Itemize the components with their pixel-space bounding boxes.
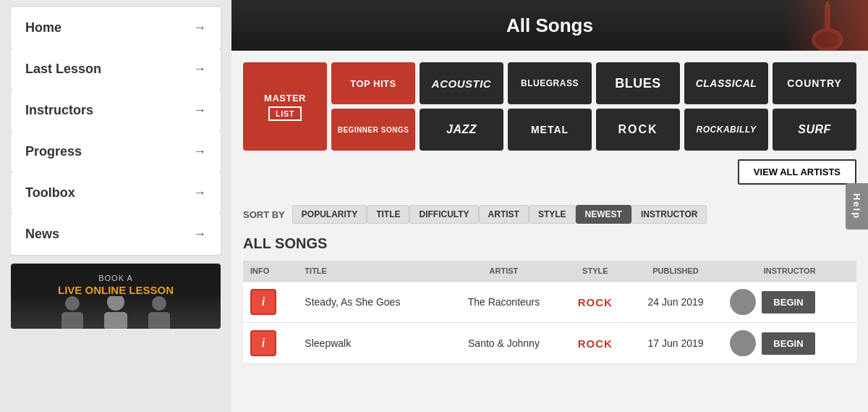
- genre-label-bluegrass: BLUEGRASS: [521, 78, 579, 88]
- row-style-1: ROCK: [562, 323, 629, 364]
- genre-btn-rock[interactable]: ROCK: [596, 109, 680, 151]
- sidebar-item-instructors[interactable]: Instructors→: [11, 90, 221, 131]
- begin-button-1[interactable]: BEGIN: [762, 332, 814, 355]
- info-icon-1[interactable]: i: [250, 330, 276, 356]
- content-area: TOP HITSAcousticBLUEGRASSBluesClassicalC…: [231, 51, 868, 412]
- row-title-0: Steady, As She Goes: [297, 282, 446, 323]
- sidebar-item-label-last-lesson: Last Lesson: [25, 62, 101, 77]
- sidebar-arrow-news: →: [193, 227, 206, 242]
- sidebar-item-label-news: News: [25, 227, 59, 242]
- genre-label-rockabilly: Rockabilly: [697, 125, 757, 135]
- genre-label-top-hits: TOP HITS: [350, 78, 396, 89]
- view-all-artists-button[interactable]: VIEW ALL ARTISTS: [738, 159, 856, 185]
- svg-rect-6: [825, 4, 830, 47]
- svg-point-11: [733, 305, 753, 315]
- svg-rect-5: [148, 312, 170, 329]
- row-info-0: i: [243, 282, 297, 323]
- sort-btn-title[interactable]: TITLE: [367, 205, 409, 224]
- genre-btn-blues[interactable]: Blues: [596, 62, 680, 104]
- sidebar-item-label-progress: Progress: [25, 144, 82, 159]
- svg-point-2: [107, 296, 124, 311]
- sidebar-item-home[interactable]: Home→: [11, 7, 221, 49]
- genre-btn-classical[interactable]: Classical: [684, 62, 768, 104]
- sort-btn-popularity[interactable]: POPULARITY: [292, 205, 367, 224]
- genre-label-blues: Blues: [615, 76, 661, 91]
- instructor-avatar-0: [730, 289, 756, 315]
- sidebar: Home→Last Lesson→Instructors→Progress→To…: [0, 0, 231, 412]
- genre-btn-acoustic[interactable]: Acoustic: [420, 62, 503, 104]
- sort-btn-style[interactable]: STYLE: [529, 205, 576, 224]
- sidebar-item-toolbox[interactable]: Toolbox→: [11, 172, 221, 214]
- book-lesson-people-image: [11, 293, 221, 329]
- genre-btn-master-list[interactable]: MASTERLIST: [243, 62, 327, 151]
- instructor-cell-0: BEGIN: [730, 289, 849, 315]
- sort-options: POPULARITYTITLEDIFFICULTYARTISTSTYLENEWE…: [292, 205, 707, 224]
- svg-point-13: [733, 346, 753, 356]
- book-lesson-top-text: BOOK A: [98, 274, 133, 282]
- genre-btn-metal[interactable]: METAL: [508, 109, 592, 151]
- genre-btn-bluegrass[interactable]: BLUEGRASS: [508, 62, 592, 104]
- col-header-instructor: INSTRUCTOR: [723, 261, 856, 282]
- sort-btn-difficulty[interactable]: DIFFICULTY: [409, 205, 478, 224]
- genre-btn-jazz[interactable]: Jazz: [420, 109, 503, 151]
- row-artist-1: Santo & Johnny: [446, 323, 562, 364]
- book-lesson-banner[interactable]: BOOK A LIVE ONLINE LESSON: [11, 264, 221, 329]
- row-published-0: 24 Jun 2019: [629, 282, 723, 323]
- col-header-style: STYLE: [562, 261, 629, 282]
- sort-btn-artist[interactable]: ARTIST: [479, 205, 529, 224]
- genre-btn-surf[interactable]: Surf: [773, 109, 856, 151]
- col-header-info: INFO: [243, 261, 297, 282]
- genre-btn-top-hits[interactable]: TOP HITS: [331, 62, 415, 104]
- sidebar-arrow-home: →: [193, 20, 206, 35]
- genre-label-acoustic: Acoustic: [432, 77, 491, 90]
- svg-point-4: [152, 296, 166, 311]
- genre-label-master-list: MASTER: [264, 93, 306, 104]
- info-icon-0[interactable]: i: [250, 289, 276, 315]
- svg-point-8: [816, 32, 839, 48]
- page-title: All Songs: [506, 14, 593, 37]
- col-header-published: PUBLISHED: [629, 261, 723, 282]
- main-content: All Songs TOP HITSAcousticBLUEGRASSBlues…: [231, 0, 868, 412]
- genre-btn-country[interactable]: COUNTRY: [773, 62, 856, 104]
- sidebar-item-label-home: Home: [25, 20, 61, 35]
- svg-rect-3: [104, 312, 127, 329]
- row-instructor-0: BEGIN: [723, 282, 856, 323]
- instructor-avatar-1: [730, 330, 756, 356]
- row-info-1: i: [243, 323, 297, 364]
- sidebar-item-progress[interactable]: Progress→: [11, 131, 221, 172]
- genre-btn-beginner-songs[interactable]: BEGINNER SONGS: [331, 109, 415, 151]
- all-songs-title: ALL SONGS: [243, 235, 856, 252]
- row-instructor-1: BEGIN: [723, 323, 856, 364]
- sort-bar: SORT BY POPULARITYTITLEDIFFICULTYARTISTS…: [243, 205, 856, 224]
- help-tab[interactable]: Help: [846, 182, 868, 229]
- page-header: All Songs: [231, 0, 868, 51]
- row-style-0: ROCK: [562, 282, 629, 323]
- genre-label-jazz: Jazz: [446, 123, 477, 136]
- sidebar-item-news[interactable]: News→: [11, 214, 221, 255]
- genre-label-surf: Surf: [798, 123, 831, 136]
- col-header-artist: ARTIST: [446, 261, 562, 282]
- sidebar-item-label-instructors: Instructors: [25, 103, 93, 118]
- begin-button-0[interactable]: BEGIN: [762, 291, 814, 314]
- table-row: iSteady, As She GoesThe RaconteursROCK24…: [243, 282, 856, 323]
- genre-label-country: COUNTRY: [787, 77, 842, 89]
- genre-label-beginner-songs: BEGINNER SONGS: [338, 125, 409, 135]
- style-badge-1: ROCK: [569, 337, 621, 350]
- svg-point-10: [736, 291, 749, 304]
- svg-point-12: [736, 332, 749, 345]
- info-icon-letter-0: i: [262, 295, 265, 308]
- genre-grid: TOP HITSAcousticBLUEGRASSBluesClassicalC…: [243, 62, 856, 151]
- info-icon-letter-1: i: [262, 337, 265, 350]
- genre-label-classical: Classical: [696, 77, 757, 89]
- sort-btn-newest[interactable]: NEWEST: [576, 205, 631, 224]
- genre-btn-rockabilly[interactable]: Rockabilly: [684, 109, 768, 151]
- sort-btn-instructor[interactable]: INSTRUCTOR: [631, 205, 707, 224]
- sort-by-label: SORT BY: [243, 209, 285, 220]
- row-artist-0: The Raconteurs: [446, 282, 562, 323]
- genre-label-rock: ROCK: [618, 123, 658, 136]
- sidebar-item-label-toolbox: Toolbox: [25, 185, 75, 201]
- svg-rect-9: [826, 1, 829, 10]
- svg-point-7: [812, 28, 843, 51]
- svg-rect-1: [61, 312, 83, 329]
- sidebar-item-last-lesson[interactable]: Last Lesson→: [11, 49, 221, 90]
